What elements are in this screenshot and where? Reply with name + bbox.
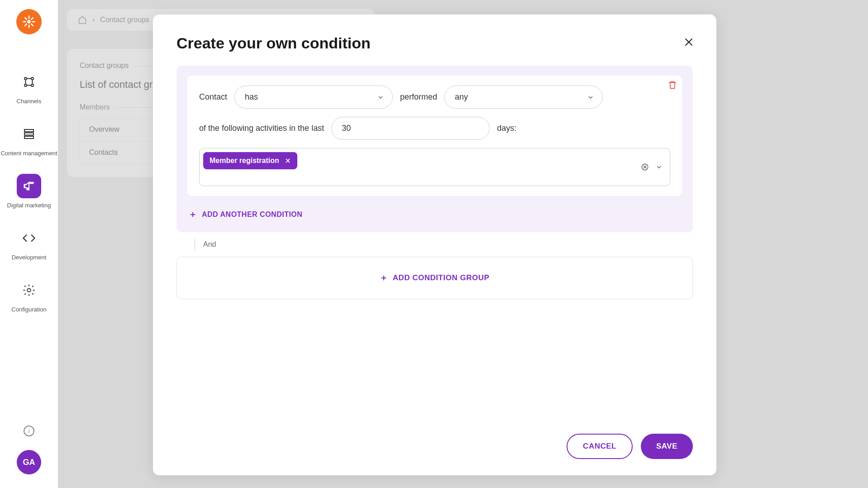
svg-point-17 (27, 288, 31, 292)
svg-point-0 (27, 20, 31, 24)
svg-line-8 (31, 18, 33, 19)
channels-icon (17, 70, 41, 94)
svg-rect-13 (24, 129, 33, 132)
plus-icon (189, 211, 196, 218)
has-select[interactable]: has (234, 86, 393, 109)
days-input[interactable] (331, 117, 490, 140)
activities-multiselect[interactable]: Member registration (199, 148, 670, 186)
has-select-value: has (245, 92, 258, 101)
nav-configuration[interactable]: Configuration (0, 270, 58, 322)
plus-icon (380, 274, 387, 282)
nav-label: Channels (17, 98, 42, 105)
svg-line-6 (31, 24, 33, 26)
cancel-button[interactable]: CANCEL (567, 434, 633, 459)
close-icon (683, 36, 695, 48)
svg-rect-14 (24, 133, 33, 135)
close-icon (285, 158, 291, 164)
clear-icon (641, 163, 649, 171)
modal-footer: CANCEL SAVE (176, 434, 693, 459)
svg-point-9 (24, 77, 27, 80)
svg-line-7 (25, 24, 27, 26)
add-condition-group-button[interactable]: ADD CONDITION GROUP (176, 257, 693, 299)
label-performed: performed (400, 92, 437, 102)
info-icon[interactable]: i (24, 426, 34, 436)
add-another-label: ADD ANOTHER CONDITION (202, 211, 302, 219)
save-button[interactable]: SAVE (641, 434, 693, 459)
multiselect-dropdown-button[interactable] (655, 163, 663, 171)
avatar[interactable]: GA (17, 450, 41, 474)
content-management-icon (17, 122, 41, 146)
digital-marketing-icon (17, 174, 41, 198)
app-logo (16, 9, 42, 34)
add-group-label: ADD CONDITION GROUP (393, 273, 490, 282)
chevron-down-icon (587, 94, 594, 101)
and-connector: And (195, 239, 693, 250)
development-icon (17, 226, 41, 250)
svg-point-12 (31, 84, 33, 86)
nav-development[interactable]: Development (0, 218, 58, 270)
nav-label: Digital marketing (7, 202, 51, 210)
create-condition-modal: Create your own condition Contact has (153, 14, 716, 475)
delete-condition-button[interactable] (668, 80, 677, 90)
any-select[interactable]: any (444, 86, 603, 109)
nav-label: Development (12, 254, 47, 262)
svg-rect-15 (24, 136, 33, 139)
label-days: days: (497, 124, 516, 133)
any-select-value: any (455, 92, 468, 101)
condition-group: Contact has performed any of the followi… (176, 66, 693, 232)
nav-channels[interactable]: Channels (0, 62, 58, 114)
label-activities-prefix: of the following activities in the last (199, 124, 324, 133)
chip-remove-button[interactable] (285, 158, 291, 164)
chip-label: Member registration (210, 157, 279, 165)
svg-line-5 (25, 18, 27, 19)
trash-icon (668, 80, 677, 90)
close-button[interactable] (683, 36, 695, 48)
chevron-down-icon (655, 163, 663, 171)
svg-rect-16 (24, 184, 25, 187)
multiselect-clear-button[interactable] (641, 163, 649, 171)
kentico-icon (22, 15, 36, 29)
activity-chip: Member registration (203, 152, 297, 169)
configuration-icon (17, 278, 41, 302)
svg-point-10 (31, 77, 33, 80)
main-sidebar: Channels Content management Digital mark… (0, 0, 58, 488)
nav-digital-marketing[interactable]: Digital marketing (0, 166, 58, 218)
chevron-down-icon (377, 94, 384, 101)
condition-card: Contact has performed any of the followi… (187, 76, 682, 196)
svg-point-11 (24, 84, 27, 86)
nav-label: Content management (0, 150, 57, 158)
nav-content-management[interactable]: Content management (0, 114, 58, 166)
nav-label: Configuration (11, 306, 46, 314)
modal-title: Create your own condition (176, 34, 693, 52)
add-another-condition-button[interactable]: ADD ANOTHER CONDITION (187, 207, 682, 222)
label-contact: Contact (199, 92, 227, 102)
